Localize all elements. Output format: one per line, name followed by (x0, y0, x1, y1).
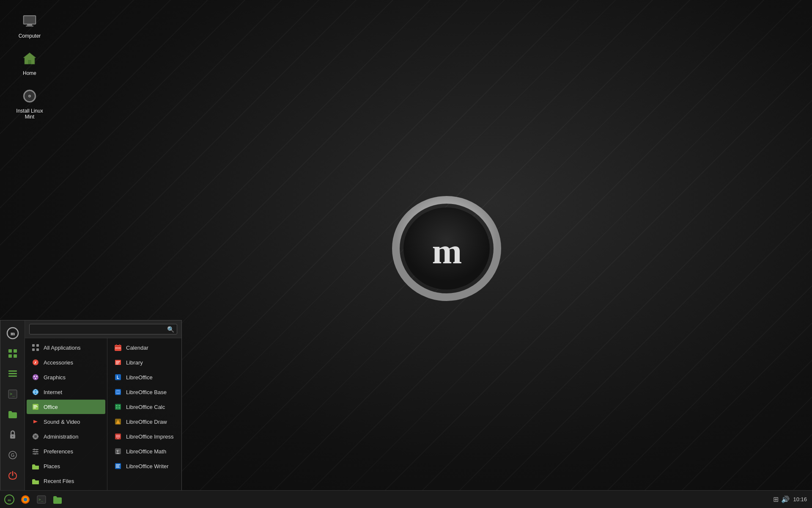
taskbar: m >_ (0, 490, 812, 508)
menu-item-sound-video[interactable]: Sound & Video (27, 414, 105, 429)
svg-rect-44 (33, 408, 36, 409)
preferences-label: Preferences (44, 448, 73, 455)
menu-item-libreoffice-draw[interactable]: LibreOffice Draw (109, 414, 180, 429)
menu-item-office[interactable]: Office (27, 400, 105, 414)
svg-rect-42 (33, 405, 37, 406)
svg-point-47 (34, 435, 37, 438)
sidebar-mint-logo[interactable]: m (3, 324, 22, 342)
menu-item-libreoffice-base[interactable]: LibreOffice Base (109, 385, 180, 399)
menu-item-preferences[interactable]: Preferences (27, 444, 105, 458)
svg-text:G: G (11, 453, 14, 458)
library-label: Library (126, 359, 143, 366)
taskbar-mint-button[interactable]: m (2, 492, 17, 507)
svg-text:m: m (432, 231, 462, 271)
menu-item-calendar[interactable]: Calendar (109, 340, 180, 355)
libreoffice-calc-icon (113, 402, 123, 411)
taskbar-files-button[interactable] (50, 492, 65, 507)
office-label: Office (44, 404, 58, 410)
svg-rect-91 (116, 466, 119, 467)
svg-rect-77 (115, 404, 121, 410)
sidebar-icon-grid[interactable] (3, 344, 22, 363)
computer-icon-label: Computer (19, 33, 41, 39)
svg-rect-6 (26, 26, 33, 27)
svg-rect-90 (116, 464, 120, 465)
menu-left-column: All Applications ✗ Accessories (25, 338, 107, 490)
svg-rect-63 (118, 348, 119, 348)
svg-point-35 (33, 374, 38, 380)
svg-point-53 (33, 449, 35, 450)
sidebar-icon-list[interactable] (3, 364, 22, 383)
menu-item-libreoffice-math[interactable]: ∑ LibreOffice Math (109, 444, 180, 458)
menu-item-places[interactable]: Places (27, 459, 105, 473)
library-icon (113, 358, 123, 367)
svg-rect-16 (8, 349, 12, 353)
svg-rect-21 (8, 373, 17, 374)
svg-rect-20 (8, 370, 17, 372)
menu-item-accessories[interactable]: ✗ Accessories (27, 355, 105, 370)
libreoffice-draw-label: LibreOffice Draw (126, 419, 167, 425)
svg-text:>_: >_ (38, 497, 43, 502)
svg-rect-30 (36, 344, 39, 347)
svg-point-76 (116, 392, 120, 394)
calendar-label: Calendar (126, 345, 148, 351)
svg-rect-4 (24, 16, 36, 24)
sidebar-icon-lock[interactable] (3, 425, 22, 444)
desktop-icons-container: Computer Home Install Linu (13, 8, 47, 123)
libreoffice-calc-label: LibreOffice Calc (126, 404, 165, 410)
search-icon[interactable]: 🔍 (167, 326, 174, 333)
taskbar-terminal-button[interactable]: >_ (34, 492, 49, 507)
desktop-icon-install[interactable]: Install Linux Mint (13, 83, 47, 123)
svg-text:m: m (11, 331, 15, 337)
menu-item-recent-files[interactable]: Recent Files (27, 474, 105, 488)
taskbar-time: 10:16 (793, 496, 807, 502)
svg-text:m: m (8, 498, 11, 502)
libreoffice-writer-label: LibreOffice Writer (126, 463, 169, 469)
menu-right-column: Calendar Library (107, 338, 181, 490)
menu-columns: All Applications ✗ Accessories (25, 338, 181, 490)
svg-rect-19 (14, 354, 17, 358)
desktop: m Computer Home (0, 0, 812, 508)
menu-item-libreoffice-impress[interactable]: LibreOffice Impress (109, 429, 180, 444)
places-label: Places (44, 463, 60, 469)
sidebar-icon-g[interactable]: G (3, 446, 22, 464)
sound-video-icon (31, 417, 40, 426)
svg-rect-67 (116, 362, 119, 363)
menu-item-administration[interactable]: Administration (27, 429, 105, 444)
svg-text:✗: ✗ (34, 361, 37, 365)
sidebar-icon-folder[interactable] (3, 405, 22, 424)
computer-icon (19, 11, 40, 31)
svg-rect-60 (116, 344, 117, 346)
svg-rect-79 (118, 405, 120, 406)
desktop-icon-home[interactable]: Home (13, 46, 47, 79)
svg-point-36 (34, 376, 35, 377)
start-menu-sidebar: m >_ (0, 320, 25, 490)
menu-item-libreoffice-calc[interactable]: LibreOffice Calc (109, 400, 180, 414)
svg-rect-17 (14, 349, 17, 353)
menu-item-libreoffice[interactable]: L LibreOffice (109, 370, 180, 384)
network-icon[interactable]: ⊞ (773, 495, 779, 503)
administration-icon (31, 432, 40, 441)
taskbar-firefox-button[interactable] (18, 492, 33, 507)
all-applications-label: All Applications (44, 345, 80, 351)
search-input[interactable] (32, 325, 167, 333)
svg-point-12 (29, 95, 30, 97)
search-input-wrapper[interactable]: 🔍 (29, 324, 177, 334)
office-icon (31, 402, 40, 411)
libreoffice-math-label: LibreOffice Math (126, 448, 166, 455)
desktop-icon-computer[interactable]: Computer (13, 8, 47, 41)
menu-item-graphics[interactable]: Graphics (27, 370, 105, 384)
svg-marker-45 (33, 420, 38, 423)
install-icon-label: Install Linux Mint (15, 108, 44, 120)
sidebar-icon-power[interactable] (3, 466, 22, 485)
recent-files-icon (31, 476, 40, 486)
volume-icon[interactable]: 🔊 (781, 495, 790, 503)
menu-item-all-applications[interactable]: All Applications (27, 340, 105, 355)
menu-item-internet[interactable]: Internet (27, 385, 105, 399)
libreoffice-impress-icon (113, 432, 123, 441)
menu-item-libreoffice-writer[interactable]: LibreOffice Writer (109, 459, 180, 473)
svg-point-57 (34, 453, 36, 455)
sidebar-icon-terminal[interactable]: >_ (3, 385, 22, 403)
graphics-label: Graphics (44, 374, 66, 381)
menu-item-library[interactable]: Library (109, 355, 180, 370)
internet-icon (31, 387, 40, 397)
